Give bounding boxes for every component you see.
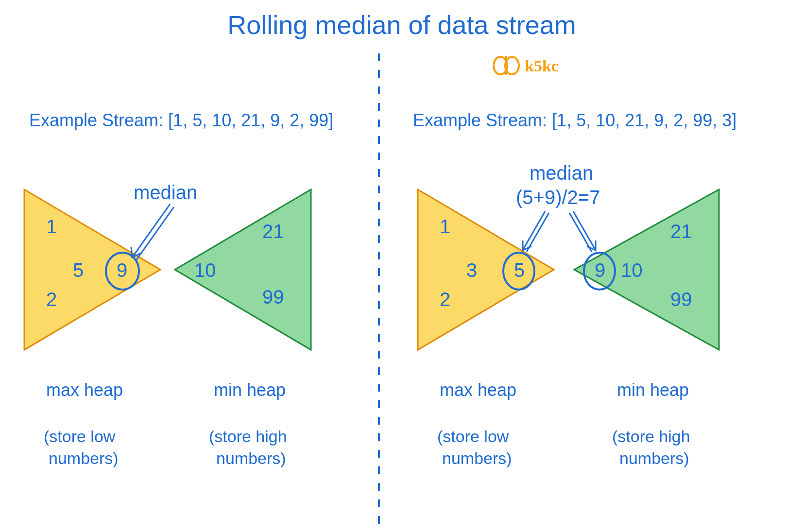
right-min-val-mid: 10 xyxy=(621,259,643,281)
left-stream-label: Example Stream: [1, 5, 10, 21, 9, 2, 99] xyxy=(29,110,333,130)
right-max-desc2: numbers) xyxy=(442,449,512,467)
right-max-val-b: 3 xyxy=(466,259,477,281)
left-arrow-icon xyxy=(131,204,174,260)
right-max-val-a: 1 xyxy=(440,216,450,237)
left-min-val-a: 21 xyxy=(262,221,284,242)
left-min-label: min heap xyxy=(214,380,286,400)
svg-line-9 xyxy=(523,211,545,250)
left-median-label: median xyxy=(134,182,197,203)
left-max-heap: 1 5 2 9 xyxy=(24,189,160,350)
left-max-desc1: (store low xyxy=(44,427,116,446)
svg-line-10 xyxy=(527,213,549,252)
left-max-desc2: numbers) xyxy=(49,449,119,467)
right-arrow-left-icon xyxy=(523,211,549,252)
left-min-val-top: 10 xyxy=(194,259,216,281)
butterfly-icon xyxy=(494,56,519,75)
diagram-canvas: Rolling median of data stream k5kc Examp… xyxy=(0,0,804,532)
right-max-label: max heap xyxy=(440,380,516,400)
left-max-val-top: 9 xyxy=(117,259,127,281)
right-stream-label: Example Stream: [1, 5, 10, 21, 9, 2, 99,… xyxy=(413,110,736,130)
right-min-val-b: 99 xyxy=(670,289,692,310)
left-max-label: max heap xyxy=(46,380,123,400)
left-min-val-b: 99 xyxy=(262,286,284,308)
right-median-label: median xyxy=(530,162,593,184)
svg-line-12 xyxy=(569,213,592,252)
right-median-calc: (5+9)/2=7 xyxy=(516,187,600,208)
right-panel: Example Stream: [1, 5, 10, 21, 9, 2, 99,… xyxy=(413,110,736,467)
left-min-desc1: (store high xyxy=(209,427,287,446)
right-min-heap: 9 10 21 99 xyxy=(574,189,719,350)
right-min-desc1: (store high xyxy=(612,427,690,446)
left-panel: Example Stream: [1, 5, 10, 21, 9, 2, 99]… xyxy=(24,110,333,467)
svg-line-5 xyxy=(132,204,170,257)
right-max-val-c: 2 xyxy=(440,289,450,310)
left-max-val-a: 1 xyxy=(46,216,57,237)
svg-marker-3 xyxy=(24,189,160,350)
right-min-val-a: 21 xyxy=(670,221,692,242)
svg-line-11 xyxy=(573,211,596,250)
right-min-label: min heap xyxy=(617,380,689,400)
right-max-desc1: (store low xyxy=(437,427,509,446)
left-min-heap: 10 21 99 xyxy=(175,189,311,350)
right-min-desc2: numbers) xyxy=(619,449,689,467)
left-max-val-b: 5 xyxy=(73,259,84,281)
right-arrow-right-icon xyxy=(569,211,596,252)
right-min-val-top: 9 xyxy=(595,259,605,281)
left-max-val-c: 2 xyxy=(46,289,57,310)
brand-logo: k5kc xyxy=(494,56,559,75)
right-max-heap: 1 3 2 5 xyxy=(418,189,554,350)
left-min-desc2: numbers) xyxy=(216,449,286,467)
page-title: Rolling median of data stream xyxy=(227,10,576,39)
right-max-val-top: 5 xyxy=(514,259,525,281)
brand-text: k5kc xyxy=(525,57,559,75)
